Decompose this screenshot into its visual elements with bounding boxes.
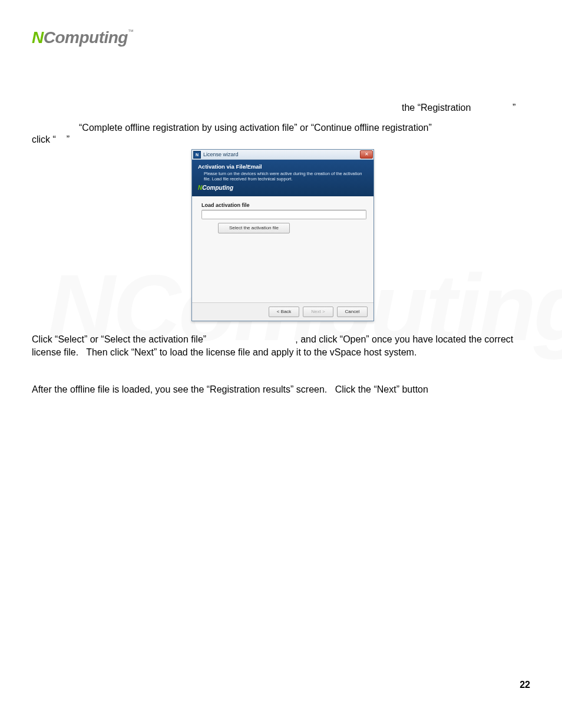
brand-logo: NComputing™ [32,28,133,47]
app-icon: N [193,151,201,159]
dialog-title: License wizard [203,151,239,157]
dialog-header-panel: Activation via File/Email Please turn on… [192,160,373,196]
intro-line-1a: the “Registration [402,101,471,114]
app-icon-letter: N [196,153,199,157]
next-button[interactable]: Next > [303,307,333,317]
dialog-header-subtitle: Please turn on the devices which were ac… [198,171,368,182]
dialog-header-brand: NComputing [198,185,368,191]
close-icon[interactable]: ✕ [360,150,373,159]
back-button[interactable]: < Back [269,307,299,317]
paragraph-2: Click “Select” or “Select the activation… [32,333,533,359]
dialog-body: Load activation file Select the activati… [192,196,373,307]
dialog-brand-rest: Computing [202,185,233,191]
paragraph-3: After the offline file is loaded, you se… [32,383,533,396]
logo-tm: ™ [128,28,134,35]
dialog-header-title: Activation via File/Email [198,163,368,170]
intro-line-3: click “ ” [32,133,70,146]
cancel-button[interactable]: Cancel [337,307,368,317]
logo-text: Computing [44,28,128,47]
dialog-footer: < Back Next > Cancel [192,302,373,321]
page-number: 22 [520,680,530,690]
intro-line-1b: ” [513,101,515,114]
intro-line-2: “Complete offline registration by using … [79,121,432,134]
license-wizard-dialog: N License wizard ✕ Activation via File/E… [191,149,374,321]
activation-file-input[interactable] [201,210,366,219]
logo-n: N [32,28,44,47]
dialog-titlebar: N License wizard ✕ [192,150,373,160]
activation-file-label: Load activation file [201,202,364,208]
select-activation-file-button[interactable]: Select the activation file [218,223,290,233]
